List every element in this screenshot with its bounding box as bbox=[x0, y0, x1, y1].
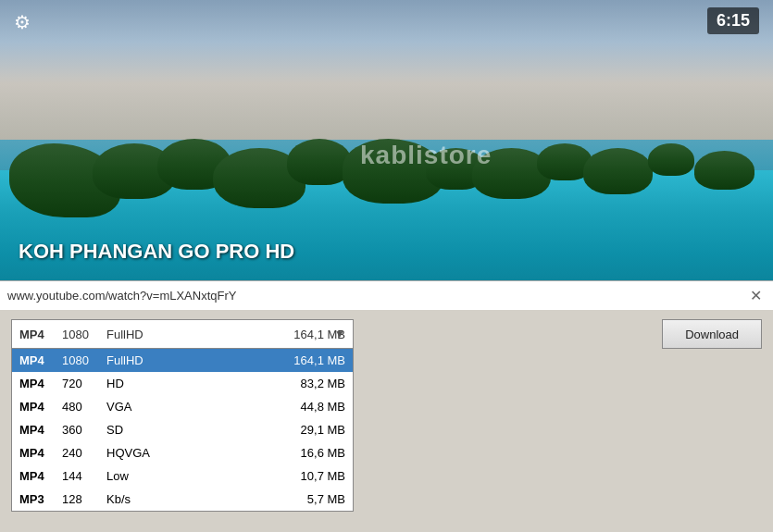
selected-format-res: 1080 bbox=[62, 328, 99, 341]
app-container: ⚙ 6:15 kablistore KOH PHANGAN GO PRO HD … bbox=[0, 0, 773, 532]
format-option[interactable]: MP4 720 HD 83,2 MB bbox=[12, 372, 353, 395]
island bbox=[648, 143, 694, 176]
option-res: 480 bbox=[62, 400, 99, 414]
option-size: 5,7 MB bbox=[281, 492, 345, 506]
video-title: KOH PHANGAN GO PRO HD bbox=[19, 240, 294, 264]
option-res: 1080 bbox=[62, 353, 99, 367]
url-bar: ✕ bbox=[0, 280, 773, 310]
option-quality: SD bbox=[106, 423, 273, 437]
option-res: 360 bbox=[62, 423, 99, 437]
url-input[interactable] bbox=[7, 289, 746, 303]
format-option[interactable]: MP4 480 VGA 44,8 MB bbox=[12, 395, 353, 418]
bottom-panel: MP4 1080 FullHD 164,1 MB ▼ MP4 1080 Full… bbox=[0, 310, 773, 532]
video-thumbnail: ⚙ 6:15 kablistore KOH PHANGAN GO PRO HD … bbox=[0, 0, 773, 310]
option-tag: MP4 bbox=[19, 423, 55, 437]
time-display: 6:15 bbox=[707, 7, 759, 34]
option-size: 16,6 MB bbox=[281, 446, 345, 460]
option-quality: HD bbox=[106, 377, 273, 390]
format-row: MP4 1080 FullHD 164,1 MB ▼ MP4 1080 Full… bbox=[11, 319, 762, 349]
option-size: 44,8 MB bbox=[281, 400, 345, 414]
option-quality: Kb/s bbox=[106, 492, 273, 506]
option-res: 720 bbox=[62, 377, 99, 390]
gear-icon[interactable]: ⚙ bbox=[14, 11, 31, 33]
option-res: 240 bbox=[62, 446, 99, 460]
sky bbox=[0, 0, 773, 140]
option-size: 164,1 MB bbox=[281, 353, 345, 367]
island bbox=[583, 148, 653, 194]
format-option[interactable]: MP4 360 SD 29,1 MB bbox=[12, 418, 353, 441]
option-tag: MP4 bbox=[19, 353, 55, 367]
option-tag: MP4 bbox=[19, 400, 55, 414]
format-dropdown-button[interactable]: MP4 1080 FullHD 164,1 MB ▼ bbox=[11, 319, 354, 349]
selected-format-quality: FullHD bbox=[106, 328, 273, 341]
option-quality: VGA bbox=[106, 400, 273, 414]
option-size: 29,1 MB bbox=[281, 423, 345, 437]
option-tag: MP4 bbox=[19, 446, 55, 460]
option-size: 10,7 MB bbox=[281, 469, 345, 483]
format-option[interactable]: MP4 1080 FullHD 164,1 MB bbox=[12, 349, 353, 372]
option-quality: FullHD bbox=[106, 353, 273, 367]
format-option[interactable]: MP4 240 HQVGA 16,6 MB bbox=[12, 441, 353, 464]
option-size: 83,2 MB bbox=[281, 377, 345, 390]
download-button[interactable]: Download bbox=[662, 319, 762, 349]
option-tag: MP4 bbox=[19, 469, 55, 483]
format-dropdown-list: MP4 1080 FullHD 164,1 MB MP4 720 HD 83,2… bbox=[11, 349, 354, 512]
url-clear-button[interactable]: ✕ bbox=[746, 287, 766, 304]
format-selector: MP4 1080 FullHD 164,1 MB ▼ MP4 1080 Full… bbox=[11, 319, 354, 349]
format-option[interactable]: MP3 128 Kb/s 5,7 MB bbox=[12, 488, 353, 511]
option-tag: MP3 bbox=[19, 492, 55, 506]
dropdown-arrow-icon: ▼ bbox=[334, 328, 345, 340]
option-quality: HQVGA bbox=[106, 446, 273, 460]
option-res: 128 bbox=[62, 492, 99, 506]
option-quality: Low bbox=[106, 469, 273, 483]
option-tag: MP4 bbox=[19, 377, 55, 390]
island bbox=[694, 151, 754, 190]
option-res: 144 bbox=[62, 469, 99, 483]
selected-format-tag: MP4 bbox=[19, 328, 55, 341]
format-option[interactable]: MP4 144 Low 10,7 MB bbox=[12, 464, 353, 488]
